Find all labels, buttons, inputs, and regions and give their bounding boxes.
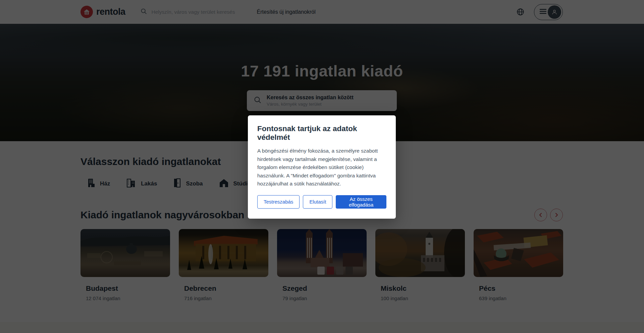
reject-button[interactable]: Elutasít [303,195,332,209]
cookie-dialog-body: A böngészési élmény fokozása, a személyr… [257,147,386,188]
accept-all-button[interactable]: Az összes elfogadása [336,195,386,209]
cookie-dialog-actions: Testreszabás Elutasít Az összes elfogadá… [257,195,386,209]
cookie-consent-dialog: Fontosnak tartjuk az adatok védelmét A b… [248,115,396,219]
customize-button[interactable]: Testreszabás [257,195,300,209]
cookie-dialog-title: Fontosnak tartjuk az adatok védelmét [257,124,386,142]
